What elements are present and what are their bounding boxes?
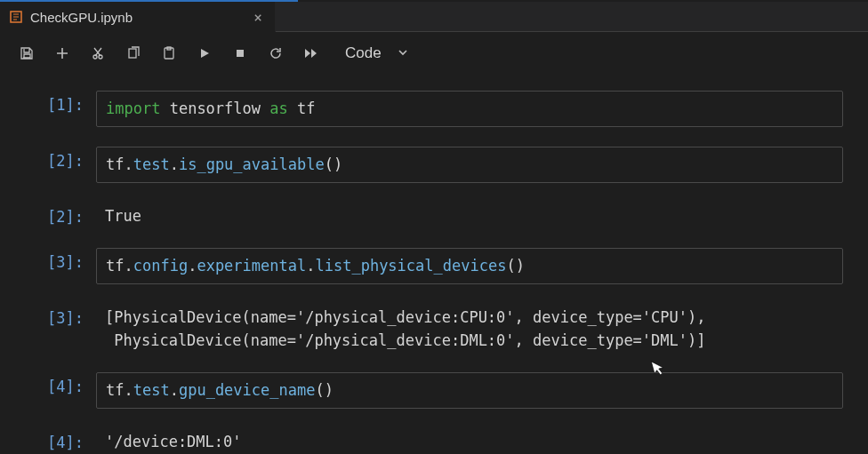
execution-prompt: [3]:: [25, 304, 96, 353]
add-cell-icon[interactable]: [53, 44, 71, 62]
token: (): [325, 155, 342, 173]
token: tf: [106, 381, 124, 399]
code-cell: [4]:tf.test.gpu_device_name(): [25, 372, 843, 409]
token: tf: [106, 155, 124, 173]
tab-bar: CheckGPU.ipynb ×: [0, 2, 868, 32]
run-icon[interactable]: [196, 44, 213, 62]
token: test: [133, 381, 170, 399]
token: .: [188, 257, 197, 275]
token: gpu_device_name: [179, 381, 316, 399]
code-input-area[interactable]: import tensorflow as tf: [96, 91, 843, 127]
token: .: [170, 381, 179, 399]
token: is_gpu_available: [179, 155, 325, 173]
token: [261, 100, 269, 117]
cell-type-label: Code: [345, 44, 382, 62]
notebook-toolbar: Code: [0, 32, 868, 75]
token: PhysicalDevice(name='/physical_device:DM…: [105, 331, 706, 349]
token: tf: [297, 100, 315, 117]
token: True: [105, 207, 141, 225]
tab-checkgpu[interactable]: CheckGPU.ipynb ×: [0, 2, 276, 32]
cell-type-selector[interactable]: Code: [345, 44, 408, 62]
svg-rect-3: [129, 49, 136, 58]
execution-prompt: [2]:: [25, 147, 96, 183]
execution-prompt: [4]:: [25, 428, 96, 453]
token: tf: [106, 257, 124, 275]
code-input-area[interactable]: tf.test.is_gpu_available(): [96, 147, 843, 183]
token: .: [124, 155, 133, 173]
output-text: '/device:DML:0': [96, 428, 843, 453]
code-cell: [2]:tf.test.is_gpu_available(): [25, 147, 843, 183]
notebook-icon: [9, 10, 23, 24]
svg-rect-6: [237, 50, 244, 57]
output-cell: [2]:True: [25, 203, 843, 227]
output-text: [PhysicalDevice(name='/physical_device:C…: [96, 304, 843, 353]
token: [160, 100, 169, 117]
code-input-area[interactable]: tf.test.gpu_device_name(): [96, 372, 843, 409]
token: as: [269, 100, 287, 117]
token: test: [133, 155, 170, 173]
output-cell: [3]:[PhysicalDevice(name='/physical_devi…: [25, 304, 843, 353]
cut-icon[interactable]: [89, 44, 107, 62]
output-cell: [4]:'/device:DML:0': [25, 428, 843, 453]
token: (): [315, 381, 333, 399]
token: list_physical_devices: [315, 257, 506, 275]
stop-icon[interactable]: [231, 44, 249, 62]
code-cell: [1]:import tensorflow as tf: [25, 91, 843, 127]
token: import: [106, 100, 160, 117]
token: '/device:DML:0': [105, 433, 242, 450]
token: (): [506, 257, 524, 275]
run-all-icon[interactable]: [302, 44, 320, 62]
token: config: [133, 257, 188, 275]
execution-prompt: [2]:: [25, 203, 96, 227]
save-icon[interactable]: [18, 44, 36, 62]
code-input-area[interactable]: tf.config.experimental.list_physical_dev…: [96, 248, 843, 284]
token: .: [306, 257, 315, 275]
paste-icon[interactable]: [160, 44, 178, 62]
output-text: True: [96, 203, 843, 227]
execution-prompt: [3]:: [25, 248, 96, 284]
token: .: [170, 155, 179, 173]
token: [288, 100, 297, 117]
copy-icon[interactable]: [125, 44, 142, 62]
execution-prompt: [1]:: [25, 91, 96, 127]
token: tensorflow: [170, 100, 261, 117]
token: [PhysicalDevice(name='/physical_device:C…: [105, 308, 706, 326]
token: .: [124, 257, 133, 275]
notebook-area: [1]:import tensorflow as tf[2]:tf.test.i…: [0, 75, 868, 453]
token: .: [124, 381, 133, 399]
execution-prompt: [4]:: [25, 372, 96, 409]
close-icon[interactable]: ×: [253, 9, 262, 26]
code-cell: [3]:tf.config.experimental.list_physical…: [25, 248, 843, 284]
tab-label: CheckGPU.ipynb: [30, 10, 246, 25]
restart-icon[interactable]: [267, 44, 285, 62]
token: experimental: [197, 257, 306, 275]
chevron-down-icon: [398, 44, 408, 62]
